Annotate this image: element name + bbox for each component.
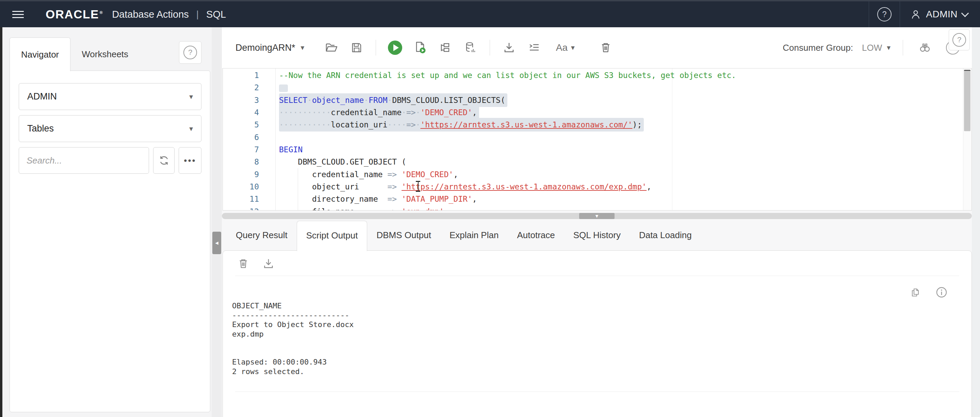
download-button[interactable] bbox=[500, 38, 519, 57]
code-token bbox=[359, 182, 387, 191]
code-link[interactable]: 'https://arntest.s3.us-west-1.amazonaws.… bbox=[401, 182, 646, 191]
clear-worksheet-button[interactable] bbox=[596, 38, 615, 57]
code-line-9[interactable]: credential_name => 'DEMO_CRED', bbox=[276, 168, 963, 181]
sidebar-collapse-handle[interactable]: ◀ bbox=[212, 232, 221, 254]
refresh-button[interactable] bbox=[153, 147, 175, 174]
clear-output-button[interactable] bbox=[235, 256, 251, 272]
download-icon bbox=[502, 41, 516, 54]
run-statement-button[interactable] bbox=[385, 38, 404, 57]
line-number: 9 bbox=[223, 168, 275, 181]
code-line-12[interactable]: file_name => 'exp.dmp', bbox=[276, 205, 963, 210]
more-actions-button[interactable]: ••• bbox=[179, 147, 202, 174]
result-tab-autotrace[interactable]: Autotrace bbox=[508, 221, 564, 251]
format-button[interactable] bbox=[525, 38, 544, 57]
code-token: 'DATA_PUMP_DIR' bbox=[401, 195, 472, 203]
sidebar-tab-worksheets[interactable]: Worksheets bbox=[70, 37, 140, 71]
script-output-text: OBJECT_NAME -------------------------- E… bbox=[232, 301, 354, 376]
help-icon: ? bbox=[183, 46, 197, 59]
code-line-2[interactable] bbox=[276, 81, 963, 94]
window-left-edge bbox=[0, 27, 2, 417]
consumer-group-select[interactable]: LOW ▼ bbox=[862, 43, 891, 53]
selection-highlight: ···········credential_name·=>·'DEMO_CRED… bbox=[279, 105, 479, 119]
run-icon bbox=[388, 40, 402, 55]
code-line-7[interactable]: BEGIN bbox=[276, 144, 963, 156]
editor-results-splitter[interactable]: ▼ bbox=[222, 213, 972, 219]
toolbar-divider bbox=[903, 40, 903, 56]
editor-scrollbar-thumb[interactable] bbox=[964, 70, 970, 131]
code-token: => bbox=[388, 182, 397, 191]
search-input[interactable] bbox=[19, 147, 149, 174]
editor-code-area[interactable]: --Now the ARN credential is set up and w… bbox=[276, 69, 963, 210]
code-token bbox=[397, 170, 401, 179]
result-tab-data-loading[interactable]: Data Loading bbox=[630, 221, 701, 251]
font-size-button[interactable]: Aa ▼ bbox=[550, 38, 581, 57]
sidebar-tab-navigator[interactable]: Navigator bbox=[10, 37, 70, 71]
sql-editor[interactable]: 123456789101112 --Now the ARN credential… bbox=[223, 68, 972, 211]
code-token: SELECT bbox=[279, 96, 307, 105]
toolbar-divider bbox=[490, 40, 490, 56]
copy-output-button[interactable] bbox=[908, 285, 923, 300]
code-token: · bbox=[416, 108, 421, 117]
line-number: 1 bbox=[223, 69, 275, 81]
help-icon: ? bbox=[877, 7, 891, 21]
selection-highlight: ···········location_uri····=>·'https://a… bbox=[279, 118, 644, 131]
object-type-select[interactable]: Tables ▼ bbox=[19, 115, 202, 142]
code-token bbox=[279, 195, 312, 203]
output-bottom-divider bbox=[235, 391, 959, 392]
user-menu[interactable]: ADMIN bbox=[900, 2, 980, 27]
code-token: directory_name bbox=[312, 195, 378, 203]
code-line-8[interactable]: DBMS_CLOUD.GET_OBJECT ( bbox=[276, 156, 963, 168]
consumer-group-value: LOW bbox=[862, 43, 882, 53]
result-tab-explain-plan[interactable]: Explain Plan bbox=[440, 221, 508, 251]
code-line-3[interactable]: SELECT·object_name·FROM·DBMS_CLOUD.LIST_… bbox=[276, 94, 963, 106]
code-token: => bbox=[388, 170, 397, 179]
code-link[interactable]: 'https://arntest.s3.us-west-1.amazonaws.… bbox=[420, 120, 632, 129]
save-button[interactable] bbox=[347, 38, 366, 57]
line-number: 2 bbox=[223, 81, 275, 94]
save-icon bbox=[350, 41, 363, 54]
open-file-button[interactable] bbox=[322, 38, 341, 57]
schema-select[interactable]: ADMIN ▼ bbox=[19, 83, 202, 110]
sidebar-help-button[interactable]: ? bbox=[179, 41, 202, 64]
registered-mark: ® bbox=[100, 10, 103, 15]
editor-scrollbar[interactable] bbox=[963, 69, 972, 210]
result-tab-script-output[interactable]: Script Output bbox=[297, 221, 368, 251]
code-token: ); bbox=[633, 120, 642, 129]
explain-plan-button[interactable] bbox=[436, 38, 455, 57]
selection-highlight: SELECT·object_name·FROM·DBMS_CLOUD.LIST_… bbox=[279, 93, 508, 107]
code-line-4[interactable]: ···········credential_name·=>·'DEMO_CRED… bbox=[276, 106, 963, 118]
code-line-6[interactable] bbox=[276, 131, 963, 144]
trash-icon bbox=[237, 257, 250, 270]
header-help-button[interactable]: ? bbox=[869, 2, 900, 27]
code-line-10[interactable]: object_uri => 'https://arntest.s3.us-wes… bbox=[276, 181, 963, 193]
worksheet-select[interactable]: DemoingARN* ▼ bbox=[235, 43, 304, 53]
hamburger-menu-icon[interactable] bbox=[12, 9, 24, 20]
code-token: 'DEMO_CRED' bbox=[401, 170, 453, 179]
sidebar-tabs: NavigatorWorksheets bbox=[10, 37, 140, 71]
run-script-button[interactable] bbox=[411, 38, 430, 57]
code-line-11[interactable]: directory_name => 'DATA_PUMP_DIR', bbox=[276, 193, 963, 205]
output-info-button[interactable] bbox=[934, 285, 949, 300]
output-toolbar-divider bbox=[235, 276, 959, 276]
splitter-collapse-handle[interactable]: ▼ bbox=[579, 213, 614, 219]
results-help-button[interactable]: ? bbox=[949, 29, 970, 50]
code-line-1[interactable]: --Now the ARN credential is set up and w… bbox=[276, 69, 963, 81]
result-tab-dbms-output[interactable]: DBMS Output bbox=[367, 221, 440, 251]
caret-down-icon: ▼ bbox=[571, 45, 575, 50]
username-label: ADMIN bbox=[926, 9, 958, 20]
code-token: · bbox=[388, 96, 392, 105]
download-output-button[interactable] bbox=[260, 256, 277, 272]
code-token: , bbox=[453, 170, 458, 179]
code-line-5[interactable]: ···········location_uri····=>·'https://a… bbox=[276, 118, 963, 131]
result-tab-sql-history[interactable]: SQL History bbox=[564, 221, 630, 251]
line-number: 11 bbox=[223, 193, 275, 205]
sidebar-splitter[interactable]: ◀ bbox=[212, 27, 222, 417]
binoculars-icon bbox=[918, 41, 931, 54]
find-button[interactable] bbox=[915, 38, 934, 57]
result-tab-query-result[interactable]: Query Result bbox=[227, 221, 297, 251]
caret-down-icon: ▼ bbox=[301, 45, 305, 50]
line-number: 10 bbox=[223, 181, 275, 193]
autotrace-button[interactable] bbox=[461, 38, 480, 57]
code-token: ··········· bbox=[279, 108, 331, 117]
code-token bbox=[279, 182, 312, 191]
